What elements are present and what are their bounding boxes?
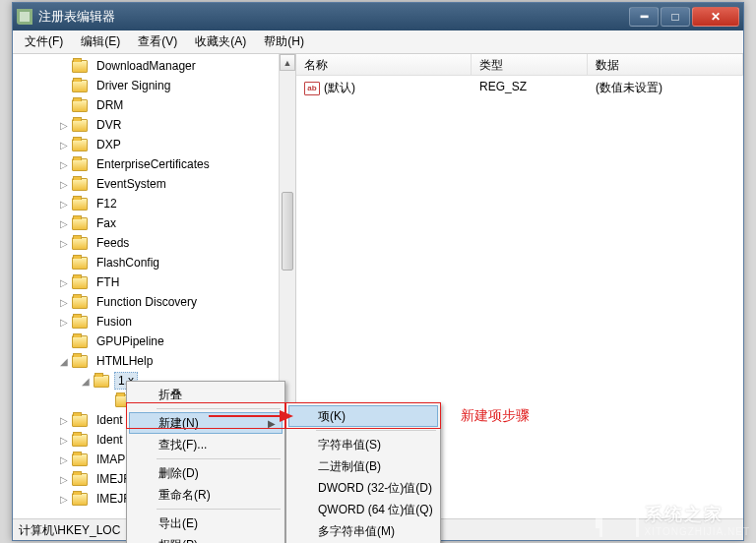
expand-icon[interactable]: ▷ — [58, 276, 70, 288]
tree-item[interactable]: ▷FlashConfig — [21, 253, 293, 272]
tree-item[interactable]: ▷EnterpriseCertificates — [21, 154, 293, 174]
ctx-new-dword[interactable]: DWORD (32-位)值(D) — [288, 477, 438, 499]
value-name: (默认) — [324, 80, 355, 96]
tree-item-label: EventSystem — [93, 175, 170, 193]
ctx-delete[interactable]: 删除(D) — [129, 462, 283, 484]
menu-edit[interactable]: 编辑(E) — [73, 30, 128, 53]
tree-item-label: Ident — [93, 411, 127, 429]
titlebar[interactable]: 注册表编辑器 ━ □ ✕ — [13, 3, 743, 30]
menubar: 文件(F) 编辑(E) 查看(V) 收藏夹(A) 帮助(H) — [13, 30, 743, 54]
tree-item[interactable]: ▷Function Discovery — [21, 292, 293, 312]
tree-item[interactable]: ▷DRM — [21, 95, 293, 115]
expand-icon[interactable]: ▷ — [58, 414, 70, 426]
scroll-thumb[interactable] — [282, 192, 293, 271]
context-menu: 折叠 新建(N) ▶ 查找(F)... 删除(D) 重命名(R) 导出(E) 权… — [126, 381, 285, 543]
expand-icon[interactable]: ▷ — [58, 217, 70, 229]
tree-item[interactable]: ▷GPUPipeline — [21, 332, 293, 351]
watermark: 系统之家 XITONGZHIJIA.NET — [599, 503, 751, 537]
menu-file[interactable]: 文件(F) — [17, 30, 71, 53]
tree-item[interactable]: ▷Feeds — [21, 233, 293, 253]
ctx-new-binary[interactable]: 二进制值(B) — [288, 455, 438, 477]
value-type: REG_SZ — [472, 78, 588, 98]
col-type[interactable]: 类型 — [472, 54, 588, 75]
watermark-url: XITONGZHIJIA.NET — [645, 526, 751, 537]
maximize-button[interactable]: □ — [661, 7, 690, 27]
folder-icon — [72, 60, 88, 73]
folder-icon — [72, 198, 88, 211]
folder-icon — [72, 237, 88, 250]
expand-icon[interactable]: ▷ — [58, 178, 70, 190]
tree-item[interactable]: ▷DVR — [21, 115, 293, 135]
tree-item-label: Driver Signing — [93, 77, 174, 94]
ctx-rename[interactable]: 重命名(R) — [129, 484, 283, 506]
ctx-new-multistring[interactable]: 多字符串值(M) — [288, 520, 438, 542]
folder-icon — [72, 296, 88, 309]
ctx-new-string[interactable]: 字符串值(S) — [288, 434, 438, 455]
watermark-brand: 系统之家 — [645, 503, 751, 526]
collapse-icon[interactable]: ◢ — [58, 355, 70, 367]
expand-icon[interactable]: ▷ — [58, 237, 70, 249]
expand-icon[interactable]: ▷ — [58, 296, 70, 308]
minimize-button[interactable]: ━ — [629, 7, 659, 27]
tree-item-label: Fax — [93, 214, 120, 232]
folder-icon — [72, 335, 88, 348]
tree-item-label: DVR — [93, 116, 125, 134]
menu-view[interactable]: 查看(V) — [130, 30, 185, 53]
folder-icon — [72, 434, 88, 447]
submenu-arrow-icon: ▶ — [268, 418, 276, 429]
status-path: 计算机\HKEY_LOC — [19, 523, 120, 537]
collapse-icon[interactable]: ◢ — [80, 375, 92, 387]
ctx-find[interactable]: 查找(F)... — [129, 434, 283, 455]
column-header[interactable]: 名称 类型 数据 — [296, 54, 743, 76]
folder-icon — [72, 178, 88, 191]
tree-item[interactable]: ▷DownloadManager — [21, 56, 293, 76]
tree-item[interactable]: ▷F12 — [21, 194, 293, 213]
tree-item-label: IMAP — [93, 451, 129, 468]
expand-icon[interactable]: ▷ — [58, 119, 70, 131]
expand-icon[interactable]: ▷ — [58, 158, 70, 170]
expand-icon[interactable]: ▷ — [58, 139, 70, 151]
tree-item-label: EnterpriseCertificates — [93, 155, 214, 173]
expand-icon[interactable]: ▷ — [58, 198, 70, 210]
expand-icon[interactable]: ▷ — [58, 316, 70, 328]
ctx-export[interactable]: 导出(E) — [129, 513, 283, 534]
tree-item-label: F12 — [93, 195, 121, 212]
tree-item-label: Fusion — [93, 313, 136, 331]
folder-icon — [72, 473, 88, 486]
col-data[interactable]: 数据 — [588, 54, 743, 75]
tree-item[interactable]: ▷EventSystem — [21, 174, 293, 194]
expand-icon[interactable]: ▷ — [58, 453, 70, 465]
ctx-new-qword[interactable]: QWORD (64 位)值(Q) — [288, 499, 438, 520]
folder-icon — [72, 158, 88, 171]
col-name[interactable]: 名称 — [296, 54, 472, 75]
folder-icon — [72, 316, 88, 329]
tree-item-label: FTH — [93, 273, 123, 291]
tree-item[interactable]: ▷Fax — [21, 213, 293, 233]
close-button[interactable]: ✕ — [692, 7, 739, 27]
tree-item[interactable]: ◢HTMLHelp — [21, 351, 293, 371]
scroll-up-button[interactable]: ▲ — [280, 54, 295, 71]
folder-icon — [72, 80, 88, 92]
tree-item[interactable]: ▷FTH — [21, 272, 293, 292]
ctx-new[interactable]: 新建(N) ▶ — [129, 412, 283, 434]
folder-icon — [72, 119, 88, 132]
window-title: 注册表编辑器 — [38, 8, 629, 26]
tree-item[interactable]: ▷Driver Signing — [21, 76, 293, 95]
folder-icon — [72, 99, 88, 112]
tree-item-label: FlashConfig — [93, 254, 163, 272]
folder-icon — [72, 257, 88, 270]
expand-icon[interactable]: ▷ — [58, 473, 70, 485]
value-row[interactable]: ab (默认) REG_SZ (数值未设置) — [296, 76, 743, 100]
menu-help[interactable]: 帮助(H) — [256, 30, 312, 53]
ctx-permissions[interactable]: 权限(P)... — [129, 534, 283, 543]
tree-item-label: GPUPipeline — [93, 332, 168, 350]
tree-item[interactable]: ▷Fusion — [21, 312, 293, 332]
expand-icon[interactable]: ▷ — [58, 434, 70, 446]
tree-item-label: HTMLHelp — [93, 352, 157, 370]
ctx-collapse[interactable]: 折叠 — [129, 384, 283, 405]
ctx-new-key[interactable]: 项(K) — [288, 405, 438, 427]
menu-favorites[interactable]: 收藏夹(A) — [187, 30, 254, 53]
expand-icon[interactable]: ▷ — [58, 493, 70, 505]
tree-item[interactable]: ▷DXP — [21, 135, 293, 154]
tree-item-label: Function Discovery — [93, 293, 201, 311]
